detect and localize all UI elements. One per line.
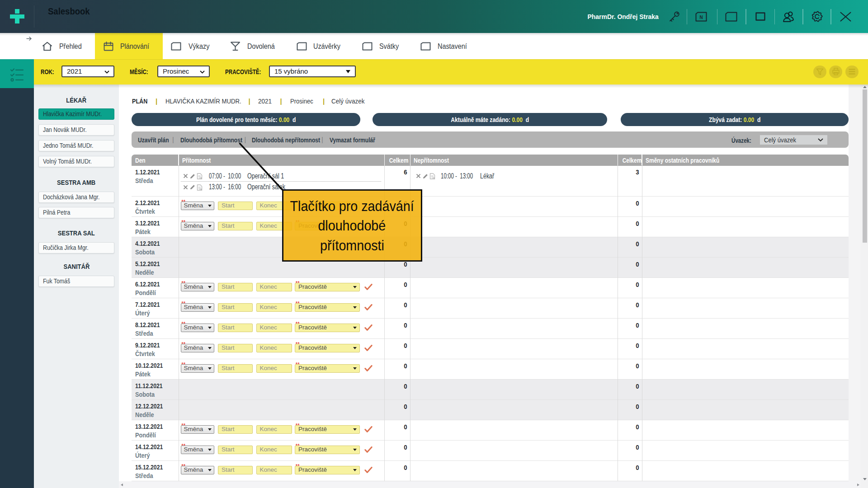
- svg-text:N: N: [699, 15, 703, 20]
